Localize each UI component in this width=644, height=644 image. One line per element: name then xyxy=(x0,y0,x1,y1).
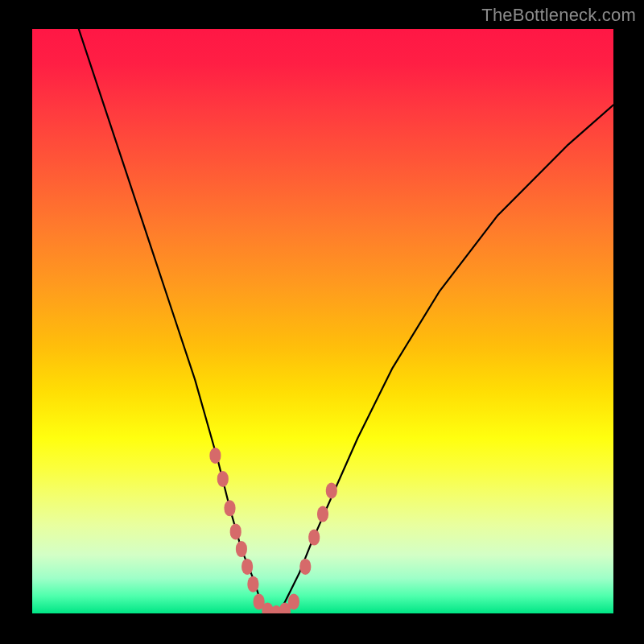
data-marker xyxy=(317,506,328,522)
data-marker xyxy=(242,559,253,575)
watermark-text: TheBottleneck.com xyxy=(481,5,636,26)
bottleneck-curve xyxy=(79,29,613,613)
data-marker xyxy=(217,471,229,487)
data-marker xyxy=(308,530,320,546)
data-marker xyxy=(230,523,242,539)
data-marker xyxy=(236,541,247,557)
data-marker xyxy=(288,594,299,610)
chart-svg xyxy=(32,29,613,613)
data-marker xyxy=(299,559,311,575)
data-marker xyxy=(209,448,221,464)
chart-stage: TheBottleneck.com xyxy=(0,0,644,644)
data-marker xyxy=(326,483,337,499)
data-marker xyxy=(225,500,236,516)
plot-area xyxy=(32,29,613,613)
marker-group xyxy=(209,448,336,613)
data-marker xyxy=(247,576,258,592)
